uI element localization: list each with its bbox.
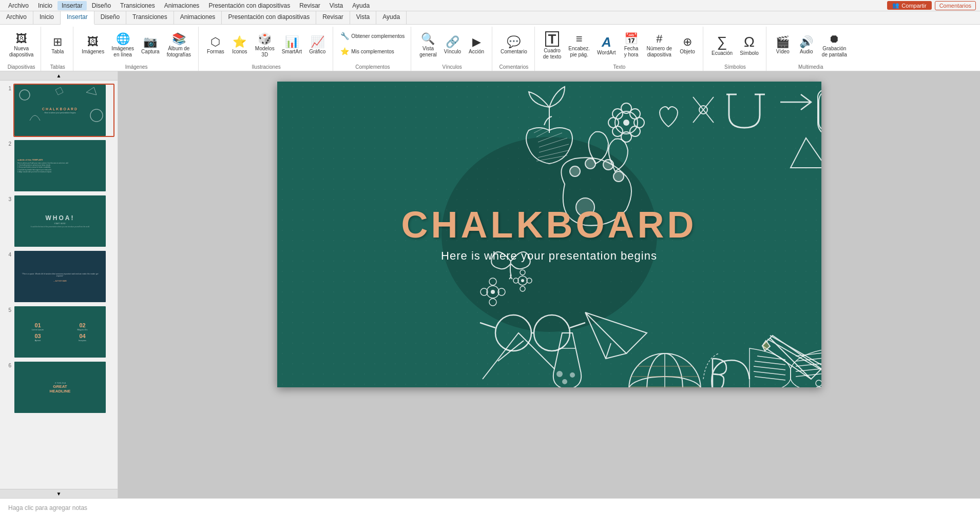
slide-panel: ▲ 1 CHALKBOARD Here is where your presen… bbox=[0, 71, 118, 498]
tab-insertar[interactable]: Insertar bbox=[61, 11, 94, 25]
vinculo-icon: 🔗 bbox=[446, 36, 459, 48]
ribbon-group-ilustraciones-buttons: ⬡ Formas ⭐ Iconos 🎲 Modelos3D 📊 SmartArt… bbox=[204, 27, 329, 64]
notes-bar[interactable]: Haga clic para agregar notas bbox=[0, 498, 980, 513]
menu-transiciones[interactable]: Transiciones bbox=[116, 1, 159, 10]
objeto-icon: ⊕ bbox=[683, 36, 692, 48]
modelos3d-icon: 🎲 bbox=[258, 33, 272, 45]
grabacion-button[interactable]: ⏺ Grabaciónde pantalla bbox=[819, 29, 850, 62]
slide-thumb-2[interactable]: 2 subtitle of this TEMPLATE Here is wher… bbox=[2, 138, 116, 193]
smartart-icon: 📊 bbox=[285, 36, 299, 48]
obtener-complementos-icon: 🔧 bbox=[340, 31, 349, 41]
tab-archivo[interactable]: Archivo bbox=[0, 11, 33, 24]
slide-thumb-4[interactable]: 4 "This is a quote. Words full of wisdom… bbox=[2, 249, 116, 304]
simbolo-button[interactable]: Ω Símbolo bbox=[737, 29, 762, 62]
tab-vista[interactable]: Vista bbox=[350, 11, 376, 24]
slide-preview-1: CHALKBOARD Here is where your presentati… bbox=[14, 85, 106, 136]
slide-thumb-3[interactable]: 3 WHOA! START HERE! It could be the best… bbox=[2, 193, 116, 249]
obtener-complementos-button[interactable]: 🔧 Obtener complementos bbox=[338, 29, 407, 43]
tab-revisar[interactable]: Revisar bbox=[316, 11, 350, 24]
imagenes-button[interactable]: 🖼 Imágenes bbox=[79, 29, 107, 62]
modelos3d-button[interactable]: 🎲 Modelos3D bbox=[252, 29, 278, 62]
menu-insertar[interactable]: Insertar bbox=[57, 1, 87, 10]
ribbon-group-complementos: 🔧 Obtener complementos ⭐ Mis complemento… bbox=[334, 27, 411, 71]
share-button[interactable]: 👥 Compartir bbox=[887, 1, 931, 10]
accion-button[interactable]: ▶ Acción bbox=[465, 29, 488, 62]
comentario-button[interactable]: 💬 Comentario bbox=[497, 29, 530, 62]
iconos-icon: ⭐ bbox=[233, 36, 246, 48]
imagenes-en-linea-button[interactable]: 🌐 Imágenesen línea bbox=[108, 29, 137, 62]
comments-button[interactable]: Comentarios bbox=[935, 1, 976, 10]
encabezado-button[interactable]: ≡ Encabez.pie pág. bbox=[565, 29, 593, 62]
menu-revisar[interactable]: Revisar bbox=[295, 1, 324, 10]
formas-icon: ⬡ bbox=[210, 36, 220, 48]
grafico-icon: 📈 bbox=[311, 36, 324, 48]
slide-canvas[interactable]: CHALKBOARD Here is where your presentati… bbox=[277, 82, 821, 387]
menu-ayuda[interactable]: Ayuda bbox=[348, 1, 374, 10]
ribbon-group-complementos-label: Complementos bbox=[355, 64, 390, 71]
ribbon-group-ilustraciones-label: Ilustraciones bbox=[252, 64, 281, 71]
ribbon-group-diapositivas-buttons: 🖼 Nuevadiapositiva bbox=[6, 27, 36, 64]
ribbon-group-multimedia: 🎬 Vídeo 🔊 Audio ⏺ Grabaciónde pantalla M… bbox=[767, 27, 854, 71]
tab-presentacion[interactable]: Presentación con diapositivas bbox=[222, 11, 316, 24]
menu-animaciones[interactable]: Animaciones bbox=[160, 1, 204, 10]
audio-button[interactable]: 🔊 Audio bbox=[795, 29, 818, 62]
vista-general-button[interactable]: 🔍 Vistageneral bbox=[416, 29, 439, 62]
slide-img-6[interactable]: ✦ THIS IS A GREAT HEADLINE bbox=[13, 361, 114, 414]
objeto-button[interactable]: ⊕ Objeto bbox=[676, 29, 699, 62]
tab-animaciones[interactable]: Animaciones bbox=[174, 11, 222, 24]
slide-img-3[interactable]: WHOA! START HERE! It could be the best o… bbox=[13, 194, 114, 248]
menu-presentacion[interactable]: Presentación con diapositivas bbox=[204, 1, 294, 10]
slide-preview-5: 01 Lorem Ipsum 02 Magnis Dis 03 Aptent bbox=[14, 306, 106, 358]
video-button[interactable]: 🎬 Vídeo bbox=[772, 29, 794, 62]
tab-inicio[interactable]: Inicio bbox=[33, 11, 61, 24]
ribbon-group-texto: T Cuadrode texto ≡ Encabez.pie pág. A Wo… bbox=[536, 27, 703, 71]
tab-transiciones[interactable]: Transiciones bbox=[126, 11, 174, 24]
fecha-button[interactable]: 📅 Fechay hora bbox=[620, 29, 643, 62]
ribbon-group-diapositivas: 🖼 Nuevadiapositiva Diapositivas bbox=[2, 27, 41, 71]
slide-thumb-1[interactable]: 1 CHALKBOARD Here is where your presenta… bbox=[2, 83, 116, 138]
album-button[interactable]: 📚 Álbum defotografías bbox=[164, 29, 194, 62]
slide-thumb-5[interactable]: 5 01 Lorem Ipsum 02 Magnis Dis bbox=[2, 304, 116, 360]
ribbon-group-vinculos-label: Vínculos bbox=[442, 64, 462, 71]
menu-diseno[interactable]: Diseño bbox=[88, 1, 115, 10]
canvas-area[interactable]: CHALKBOARD Here is where your presentati… bbox=[118, 71, 980, 498]
slide-img-4[interactable]: "This is a quote. Words full of wisdom t… bbox=[13, 250, 114, 303]
slide-img-5[interactable]: 01 Lorem Ipsum 02 Magnis Dis 03 Aptent bbox=[13, 305, 114, 359]
tab-diseno[interactable]: Diseño bbox=[94, 11, 126, 24]
tab-ayuda[interactable]: Ayuda bbox=[376, 11, 407, 24]
scroll-up-icon: ▲ bbox=[56, 73, 62, 78]
wordart-button[interactable]: A WordArt bbox=[594, 29, 619, 62]
ribbon-group-imagenes: 🖼 Imágenes 🌐 Imágenesen línea 📷 Captura … bbox=[74, 27, 199, 71]
scroll-down-button[interactable]: ▼ bbox=[0, 489, 118, 498]
formas-button[interactable]: ⬡ Formas bbox=[204, 29, 227, 62]
scroll-up-button[interactable]: ▲ bbox=[0, 71, 118, 81]
iconos-button[interactable]: ⭐ Iconos bbox=[228, 29, 251, 62]
ribbon-group-vinculos: 🔍 Vistageneral 🔗 Vínculo ▶ Acción Víncul… bbox=[412, 27, 492, 71]
nueva-diapositiva-button[interactable]: 🖼 Nuevadiapositiva bbox=[6, 29, 36, 62]
slide-img-1[interactable]: CHALKBOARD Here is where your presentati… bbox=[13, 84, 114, 137]
vinculo-button[interactable]: 🔗 Vínculo bbox=[441, 29, 464, 62]
tabla-button[interactable]: ⊞ Tabla bbox=[46, 29, 69, 62]
grafico-button[interactable]: 📈 Gráfico bbox=[306, 29, 329, 62]
slide-thumb-6[interactable]: 6 ✦ THIS IS A GREAT HEADLINE bbox=[2, 360, 116, 415]
ribbon-group-simbolos: ∑ Ecuación Ω Símbolo Símbolos bbox=[704, 27, 766, 71]
svg-point-1 bbox=[90, 109, 103, 122]
ribbon-group-tablas-buttons: ⊞ Tabla bbox=[46, 27, 69, 64]
ribbon-group-comentarios-label: Comentarios bbox=[499, 64, 529, 71]
cuadro-texto-button[interactable]: T Cuadrode texto bbox=[540, 29, 565, 62]
mis-complementos-button[interactable]: ⭐ Mis complementos bbox=[338, 44, 396, 58]
wordart-icon: A bbox=[602, 35, 611, 49]
menu-vista[interactable]: Vista bbox=[325, 1, 347, 10]
slide-main-title: CHALKBOARD bbox=[401, 206, 697, 243]
captura-button[interactable]: 📷 Captura bbox=[138, 29, 163, 62]
smartart-button[interactable]: 📊 SmartArt bbox=[279, 29, 305, 62]
menu-archivo[interactable]: Archivo bbox=[4, 1, 33, 10]
menu-inicio[interactable]: Inicio bbox=[34, 1, 56, 10]
slide-preview-4: "This is a quote. Words full of wisdom t… bbox=[14, 251, 106, 302]
slide-num-6: 6 bbox=[3, 361, 11, 368]
slide-preview-2: subtitle of this TEMPLATE Here is where … bbox=[14, 140, 106, 191]
slide-img-2[interactable]: subtitle of this TEMPLATE Here is where … bbox=[13, 139, 114, 192]
ribbon-group-comentarios: 💬 Comentario Comentarios bbox=[493, 27, 535, 71]
numero-diapositiva-button[interactable]: # Número dediapositiva bbox=[644, 29, 675, 62]
ecuacion-button[interactable]: ∑ Ecuación bbox=[708, 29, 736, 62]
